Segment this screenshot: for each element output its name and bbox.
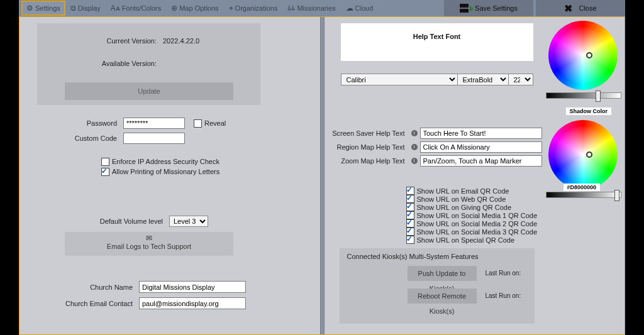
tab-label: Fonts/Colors [122, 4, 161, 12]
globe-icon: ⊕ [171, 4, 177, 13]
display-icon: ⧉ [70, 4, 76, 13]
qr-label: Show URL on Social Media 1 QR Code [417, 212, 538, 219]
button-label: Save Settings [475, 4, 518, 12]
allow-printing-checkbox[interactable] [101, 168, 109, 176]
tab-settings[interactable]: ⚙ Settings [21, 1, 65, 16]
app-window: ⚙ Settings ⧉ Display Aᴀ Fonts/Colors ⊕ M… [19, 0, 625, 335]
custom-code-label: Custom Code [19, 135, 123, 142]
qr-label: Show URL on Email QR Code [417, 187, 509, 195]
church-name-label: Church Name [19, 283, 139, 291]
reboot-last-run-label: Last Run on: [486, 292, 521, 299]
available-version-label: Available Version: [37, 60, 163, 67]
pane-divider[interactable] [320, 17, 325, 334]
screensaver-label: Screen Saver Help Text [325, 129, 411, 137]
tab-label: Display [78, 4, 101, 12]
right-pane: Help Text Font Calibri ExtraBold 22 Scre… [325, 17, 625, 334]
qr-label: Show URL on Giving QR Code [417, 204, 512, 211]
current-version-label: Current Version: [37, 37, 163, 45]
push-last-run-label: Last Run on: [486, 270, 521, 277]
tab-label: Settings [35, 4, 60, 12]
current-version-value: 2022.4.22.0 [163, 37, 199, 45]
envelope-icon: ✉ [65, 234, 233, 243]
reboot-kiosk-button[interactable]: Reboot Remote Kiosk(s) [408, 288, 477, 304]
left-pane: Current Version: 2022.4.22.0 Available V… [19, 17, 320, 334]
qr-label: Show URL on Social Media 2 QR Code [417, 220, 538, 228]
font-weight-select[interactable]: ExtraBold [457, 74, 509, 85]
qr-label: Show URL on Special QR Code [417, 236, 515, 244]
enforce-ip-checkbox[interactable] [101, 158, 109, 166]
tab-strip: ⚙ Settings ⧉ Display Aᴀ Fonts/Colors ⊕ M… [19, 0, 378, 16]
regionmap-help-input[interactable] [420, 141, 542, 153]
password-label: Password [19, 119, 123, 127]
tab-label: Cloud [355, 4, 374, 12]
custom-code-input[interactable] [123, 133, 185, 144]
tab-map-options[interactable]: ⊕ Map Options [166, 1, 223, 16]
save-icon [460, 4, 469, 13]
shadow-color-hex: #D8000000 [564, 184, 601, 191]
screensaver-help-input[interactable] [420, 128, 542, 139]
tab-cloud[interactable]: ☁ Cloud [341, 1, 379, 16]
update-button[interactable]: Update [65, 82, 233, 100]
content-frame: Current Version: 2022.4.22.0 Available V… [19, 16, 625, 335]
spacer [378, 0, 441, 16]
reveal-checkbox[interactable] [194, 119, 202, 128]
kiosk-features-title: Connected Kiosk(s) Multi-System Features [347, 253, 479, 260]
button-label: Email Logs to Tech Support [65, 243, 233, 250]
tab-label: Missionaries [297, 4, 335, 12]
allow-printing-label: Allow Printing of Missionary Letters [112, 168, 219, 175]
zoommap-help-input[interactable] [420, 155, 542, 167]
info-icon[interactable]: i [411, 158, 418, 164]
version-box: Current Version: 2022.4.22.0 Available V… [37, 23, 260, 105]
info-icon[interactable]: i [411, 130, 418, 136]
people-icon: ﾑﾑ [287, 4, 295, 13]
slider-handle[interactable] [614, 190, 619, 201]
content-split: Current Version: 2022.4.22.0 Available V… [19, 17, 625, 334]
font-icon: Aᴀ [111, 4, 120, 13]
qr-label: Show URL on Social Media 3 QR Code [417, 228, 538, 236]
qr-label: Show URL on Web QR Code [417, 195, 506, 203]
tab-label: Map Options [179, 4, 218, 12]
close-button[interactable]: ✖ Close [536, 0, 625, 16]
tab-missionaries[interactable]: ﾑﾑ Missionaries [282, 1, 340, 16]
save-settings-button[interactable]: Save Settings [444, 0, 533, 16]
shadow-color-wheel[interactable] [548, 120, 618, 189]
pin-icon: ⌖ [229, 4, 233, 13]
gear-icon: ⚙ [26, 4, 33, 13]
top-bar: ⚙ Settings ⧉ Display Aᴀ Fonts/Colors ⊕ M… [19, 0, 625, 16]
help-text-font-preview: Help Text Font [341, 23, 533, 61]
church-email-label: Church Email Contact [19, 300, 139, 307]
volume-select[interactable]: Level 3 [169, 216, 208, 227]
password-input[interactable] [123, 118, 185, 129]
push-update-button[interactable]: Push Update to Kiosk(s) [408, 266, 477, 281]
text-color-brightness-slider[interactable] [546, 92, 621, 99]
zoommap-label: Zoom Map Help Text [325, 157, 411, 165]
shadow-color-title: Shadow Color [566, 107, 612, 115]
volume-label: Default Volume level [19, 217, 169, 225]
text-color-wheel[interactable] [548, 21, 618, 90]
tab-display[interactable]: ⧉ Display [65, 1, 106, 16]
qr-checkbox-list: Show URL on Email QR Code Show URL on We… [406, 187, 538, 244]
tab-fonts-colors[interactable]: Aᴀ Fonts/Colors [106, 1, 166, 16]
font-size-select[interactable]: 22 [508, 74, 533, 85]
reveal-label: Reveal [204, 119, 226, 127]
church-email-input[interactable] [139, 297, 246, 309]
slider-handle[interactable] [596, 91, 601, 102]
email-logs-button[interactable]: ✉ Email Logs to Tech Support [65, 232, 233, 256]
qr-special-checkbox[interactable] [406, 236, 414, 244]
button-label: Close [579, 4, 596, 12]
shadow-color-brightness-slider[interactable] [546, 192, 621, 198]
enforce-ip-label: Enforce IP Address Security Check [112, 158, 219, 165]
tab-organizations[interactable]: ⌖ Organizations [224, 1, 283, 16]
church-name-input[interactable] [139, 281, 246, 293]
info-icon[interactable]: i [411, 144, 418, 150]
font-family-select[interactable]: Calibri [341, 74, 458, 85]
tab-label: Organizations [235, 4, 278, 12]
help-text-font-title: Help Text Font [341, 23, 533, 40]
regionmap-label: Region Map Help Text [325, 143, 411, 151]
cloud-icon: ☁ [346, 4, 353, 13]
close-icon: ✖ [564, 3, 572, 14]
